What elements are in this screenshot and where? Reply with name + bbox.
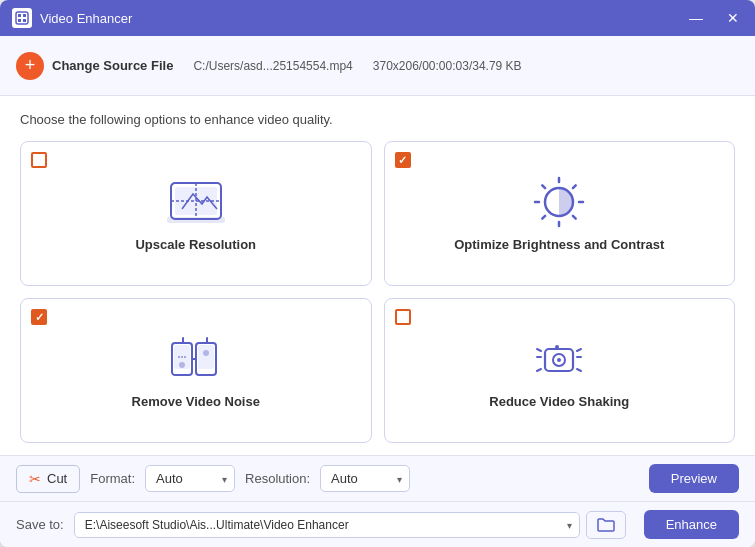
- title-bar-left: Video Enhancer: [12, 8, 132, 28]
- change-source-button[interactable]: + Change Source File: [16, 52, 173, 80]
- brightness-label: Optimize Brightness and Contrast: [454, 237, 664, 252]
- noise-icon: [166, 334, 226, 384]
- resolution-select-wrapper: Auto 1080p 720p 480p ▾: [320, 465, 410, 492]
- svg-rect-23: [555, 345, 559, 349]
- subtitle-text: Choose the following options to enhance …: [20, 112, 735, 127]
- checkbox-noise[interactable]: ✓: [31, 309, 49, 327]
- save-path-select[interactable]: E:\Aiseesoft Studio\Ais...Ultimate\Video…: [74, 512, 580, 538]
- change-source-label: Change Source File: [52, 58, 173, 74]
- save-path-wrapper: E:\Aiseesoft Studio\Ais...Ultimate\Video…: [74, 511, 626, 539]
- file-meta: 370x206/00:00:03/34.79 KB: [373, 59, 522, 73]
- svg-rect-3: [18, 19, 21, 22]
- svg-rect-16: [206, 337, 208, 343]
- file-path: C:/Users/asd...25154554.mp4: [193, 59, 352, 73]
- format-bar: ✂ Cut Format: Auto MP4 MOV AVI ▾ Resolut…: [0, 455, 755, 501]
- checkbox-brightness[interactable]: ✓: [395, 152, 413, 170]
- main-content: Choose the following options to enhance …: [0, 96, 755, 455]
- cut-button[interactable]: ✂ Cut: [16, 465, 80, 493]
- noise-label: Remove Video Noise: [132, 394, 260, 409]
- options-grid: Upscale Resolution ✓: [20, 141, 735, 443]
- close-button[interactable]: ✕: [723, 9, 743, 27]
- scissors-icon: ✂: [29, 471, 41, 487]
- folder-button[interactable]: [586, 511, 626, 539]
- checkbox-noise-checked: ✓: [31, 309, 47, 325]
- plus-icon: +: [16, 52, 44, 80]
- preview-button[interactable]: Preview: [649, 464, 739, 493]
- svg-rect-14: [198, 345, 214, 369]
- format-select[interactable]: Auto MP4 MOV AVI: [145, 465, 235, 492]
- checkbox-brightness-checked: ✓: [395, 152, 411, 168]
- checkbox-upscale-unchecked: [31, 152, 47, 168]
- app-icon: [12, 8, 32, 28]
- brightness-icon: [529, 177, 589, 227]
- upscale-label: Upscale Resolution: [135, 237, 256, 252]
- enhance-button[interactable]: Enhance: [644, 510, 739, 539]
- resolution-label: Resolution:: [245, 471, 310, 486]
- option-shaking[interactable]: Reduce Video Shaking: [384, 298, 736, 443]
- svg-rect-0: [16, 12, 28, 24]
- svg-rect-2: [23, 14, 26, 17]
- shaking-label: Reduce Video Shaking: [489, 394, 629, 409]
- app-title: Video Enhancer: [40, 11, 132, 26]
- option-brightness[interactable]: ✓ Optimize Br: [384, 141, 736, 286]
- svg-rect-4: [23, 19, 26, 22]
- option-upscale[interactable]: Upscale Resolution: [20, 141, 372, 286]
- svg-rect-1: [18, 14, 21, 17]
- checkbox-upscale[interactable]: [31, 152, 49, 170]
- checkbox-shaking-unchecked: [395, 309, 411, 325]
- title-bar: Video Enhancer — ✕: [0, 0, 755, 36]
- toolbar: + Change Source File C:/Users/asd...2515…: [0, 36, 755, 96]
- svg-rect-15: [182, 337, 184, 343]
- format-label: Format:: [90, 471, 135, 486]
- minimize-button[interactable]: —: [685, 9, 707, 27]
- svg-point-22: [557, 358, 561, 362]
- format-select-wrapper: Auto MP4 MOV AVI ▾: [145, 465, 235, 492]
- cut-label: Cut: [47, 471, 67, 486]
- save-bar: Save to: E:\Aiseesoft Studio\Ais...Ultim…: [0, 501, 755, 547]
- svg-point-18: [203, 350, 209, 356]
- checkbox-shaking[interactable]: [395, 309, 413, 327]
- svg-rect-9: [167, 217, 225, 223]
- save-to-label: Save to:: [16, 517, 64, 532]
- title-bar-controls: — ✕: [685, 9, 743, 27]
- save-path-select-wrapper: E:\Aiseesoft Studio\Ais...Ultimate\Video…: [74, 512, 580, 538]
- upscale-icon: [166, 177, 226, 227]
- app-window: Video Enhancer — ✕ + Change Source File …: [0, 0, 755, 547]
- folder-icon: [597, 517, 615, 533]
- shaking-icon: [529, 334, 589, 384]
- resolution-select[interactable]: Auto 1080p 720p 480p: [320, 465, 410, 492]
- svg-point-17: [179, 362, 185, 368]
- option-noise[interactable]: ✓ Remove Vide: [20, 298, 372, 443]
